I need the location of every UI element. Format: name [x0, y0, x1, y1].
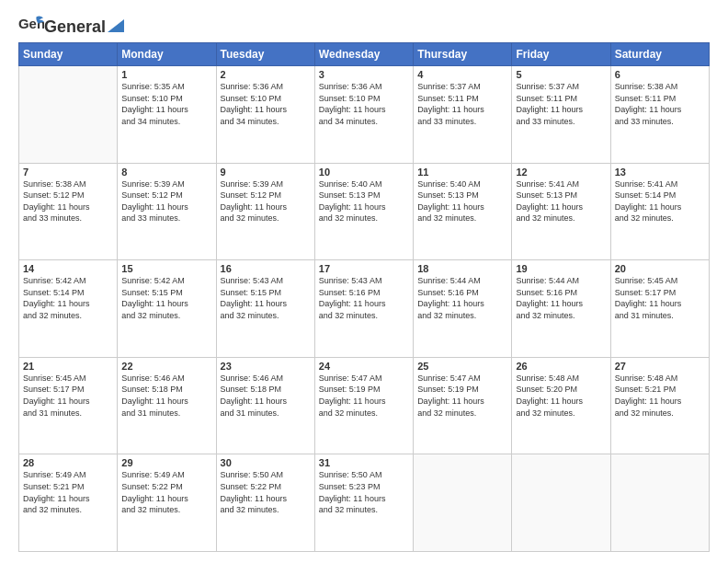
- day-number: 16: [221, 263, 311, 274]
- day-number: 31: [319, 457, 409, 468]
- day-number: 20: [615, 263, 705, 274]
- calendar-day-cell: [512, 454, 610, 552]
- day-number: 10: [319, 167, 409, 178]
- calendar-day-cell: 28Sunrise: 5:49 AM Sunset: 5:21 PM Dayli…: [19, 454, 118, 552]
- day-number: 29: [121, 457, 211, 468]
- calendar-day-cell: 19Sunrise: 5:44 AM Sunset: 5:16 PM Dayli…: [512, 260, 610, 358]
- day-number: 21: [23, 361, 113, 372]
- calendar-day-cell: [19, 66, 118, 164]
- calendar-week-row: 1Sunrise: 5:35 AM Sunset: 5:10 PM Daylig…: [19, 66, 710, 164]
- svg-marker-1: [108, 19, 124, 32]
- day-info: Sunrise: 5:48 AM Sunset: 5:20 PM Dayligh…: [516, 373, 606, 419]
- day-number: 4: [417, 69, 507, 80]
- day-info: Sunrise: 5:36 AM Sunset: 5:10 PM Dayligh…: [221, 81, 311, 127]
- day-info: Sunrise: 5:48 AM Sunset: 5:21 PM Dayligh…: [615, 373, 705, 419]
- calendar-day-cell: 8Sunrise: 5:39 AM Sunset: 5:12 PM Daylig…: [118, 163, 216, 260]
- day-number: 14: [23, 263, 113, 274]
- logo-general-text: General: [44, 17, 106, 37]
- day-info: Sunrise: 5:47 AM Sunset: 5:19 PM Dayligh…: [417, 373, 507, 419]
- weekday-header: Sunday: [19, 43, 118, 66]
- calendar-day-cell: 29Sunrise: 5:49 AM Sunset: 5:22 PM Dayli…: [118, 454, 216, 552]
- calendar-day-cell: 31Sunrise: 5:50 AM Sunset: 5:23 PM Dayli…: [314, 454, 413, 552]
- day-number: 1: [121, 69, 211, 80]
- day-info: Sunrise: 5:50 AM Sunset: 5:23 PM Dayligh…: [319, 469, 409, 515]
- calendar-week-row: 21Sunrise: 5:45 AM Sunset: 5:17 PM Dayli…: [19, 357, 710, 454]
- weekday-header: Monday: [118, 43, 216, 66]
- calendar-day-cell: 10Sunrise: 5:40 AM Sunset: 5:13 PM Dayli…: [314, 163, 413, 260]
- day-info: Sunrise: 5:42 AM Sunset: 5:15 PM Dayligh…: [121, 275, 211, 321]
- calendar-day-cell: 13Sunrise: 5:41 AM Sunset: 5:14 PM Dayli…: [610, 163, 709, 260]
- day-number: 2: [221, 69, 311, 80]
- calendar-day-cell: 27Sunrise: 5:48 AM Sunset: 5:21 PM Dayli…: [610, 357, 709, 454]
- day-number: 8: [121, 167, 211, 178]
- day-info: Sunrise: 5:47 AM Sunset: 5:19 PM Dayligh…: [319, 373, 409, 419]
- day-info: Sunrise: 5:41 AM Sunset: 5:14 PM Dayligh…: [615, 178, 705, 224]
- calendar-table: SundayMondayTuesdayWednesdayThursdayFrid…: [18, 42, 710, 552]
- day-number: 26: [516, 361, 606, 372]
- calendar-day-cell: 21Sunrise: 5:45 AM Sunset: 5:17 PM Dayli…: [19, 357, 118, 454]
- day-info: Sunrise: 5:44 AM Sunset: 5:16 PM Dayligh…: [516, 275, 606, 321]
- day-number: 30: [221, 457, 311, 468]
- day-number: 3: [319, 69, 409, 80]
- calendar-day-cell: 14Sunrise: 5:42 AM Sunset: 5:14 PM Dayli…: [19, 260, 118, 358]
- logo-bird-icon: General: [18, 15, 44, 35]
- calendar-week-row: 28Sunrise: 5:49 AM Sunset: 5:21 PM Dayli…: [19, 454, 710, 552]
- day-info: Sunrise: 5:36 AM Sunset: 5:10 PM Dayligh…: [319, 81, 409, 127]
- calendar-day-cell: 17Sunrise: 5:43 AM Sunset: 5:16 PM Dayli…: [314, 260, 413, 358]
- header: General General: [18, 15, 710, 35]
- day-info: Sunrise: 5:46 AM Sunset: 5:18 PM Dayligh…: [221, 373, 311, 419]
- weekday-header: Friday: [512, 43, 610, 66]
- day-info: Sunrise: 5:49 AM Sunset: 5:22 PM Dayligh…: [121, 469, 211, 515]
- day-info: Sunrise: 5:44 AM Sunset: 5:16 PM Dayligh…: [417, 275, 507, 321]
- day-number: 24: [319, 361, 409, 372]
- day-number: 9: [221, 167, 311, 178]
- calendar-day-cell: 3Sunrise: 5:36 AM Sunset: 5:10 PM Daylig…: [314, 66, 413, 164]
- calendar-day-cell: [414, 454, 512, 552]
- day-info: Sunrise: 5:45 AM Sunset: 5:17 PM Dayligh…: [23, 373, 113, 419]
- calendar-day-cell: 15Sunrise: 5:42 AM Sunset: 5:15 PM Dayli…: [118, 260, 216, 358]
- day-number: 12: [516, 167, 606, 178]
- calendar-day-cell: 11Sunrise: 5:40 AM Sunset: 5:13 PM Dayli…: [414, 163, 512, 260]
- calendar-day-cell: 6Sunrise: 5:38 AM Sunset: 5:11 PM Daylig…: [610, 66, 709, 164]
- day-info: Sunrise: 5:38 AM Sunset: 5:11 PM Dayligh…: [615, 81, 705, 127]
- day-number: 22: [121, 361, 211, 372]
- weekday-header: Thursday: [414, 43, 512, 66]
- day-number: 5: [516, 69, 606, 80]
- calendar-day-cell: 22Sunrise: 5:46 AM Sunset: 5:18 PM Dayli…: [118, 357, 216, 454]
- day-number: 11: [417, 167, 507, 178]
- calendar-day-cell: 7Sunrise: 5:38 AM Sunset: 5:12 PM Daylig…: [19, 163, 118, 260]
- calendar-day-cell: 20Sunrise: 5:45 AM Sunset: 5:17 PM Dayli…: [610, 260, 709, 358]
- day-number: 27: [615, 361, 705, 372]
- day-info: Sunrise: 5:38 AM Sunset: 5:12 PM Dayligh…: [23, 178, 113, 224]
- day-info: Sunrise: 5:37 AM Sunset: 5:11 PM Dayligh…: [417, 81, 507, 127]
- day-info: Sunrise: 5:40 AM Sunset: 5:13 PM Dayligh…: [417, 178, 507, 224]
- calendar-day-cell: 23Sunrise: 5:46 AM Sunset: 5:18 PM Dayli…: [216, 357, 314, 454]
- day-number: 25: [417, 361, 507, 372]
- calendar-day-cell: 1Sunrise: 5:35 AM Sunset: 5:10 PM Daylig…: [118, 66, 216, 164]
- day-info: Sunrise: 5:43 AM Sunset: 5:16 PM Dayligh…: [319, 275, 409, 321]
- calendar-day-cell: 4Sunrise: 5:37 AM Sunset: 5:11 PM Daylig…: [414, 66, 512, 164]
- day-info: Sunrise: 5:46 AM Sunset: 5:18 PM Dayligh…: [121, 373, 211, 419]
- day-number: 28: [23, 457, 113, 468]
- calendar-day-cell: 12Sunrise: 5:41 AM Sunset: 5:13 PM Dayli…: [512, 163, 610, 260]
- day-info: Sunrise: 5:42 AM Sunset: 5:14 PM Dayligh…: [23, 275, 113, 321]
- calendar-week-row: 7Sunrise: 5:38 AM Sunset: 5:12 PM Daylig…: [19, 163, 710, 260]
- day-number: 13: [615, 167, 705, 178]
- calendar-day-cell: 9Sunrise: 5:39 AM Sunset: 5:12 PM Daylig…: [216, 163, 314, 260]
- calendar-header-row: SundayMondayTuesdayWednesdayThursdayFrid…: [19, 43, 710, 66]
- day-info: Sunrise: 5:40 AM Sunset: 5:13 PM Dayligh…: [319, 178, 409, 224]
- calendar-week-row: 14Sunrise: 5:42 AM Sunset: 5:14 PM Dayli…: [19, 260, 710, 358]
- logo-triangle-icon: [108, 19, 124, 32]
- day-info: Sunrise: 5:45 AM Sunset: 5:17 PM Dayligh…: [615, 275, 705, 321]
- day-info: Sunrise: 5:39 AM Sunset: 5:12 PM Dayligh…: [221, 178, 311, 224]
- day-info: Sunrise: 5:37 AM Sunset: 5:11 PM Dayligh…: [516, 81, 606, 127]
- weekday-header: Tuesday: [216, 43, 314, 66]
- day-number: 18: [417, 263, 507, 274]
- calendar-day-cell: 18Sunrise: 5:44 AM Sunset: 5:16 PM Dayli…: [414, 260, 512, 358]
- logo: General General: [18, 15, 124, 35]
- day-number: 17: [319, 263, 409, 274]
- calendar-day-cell: 2Sunrise: 5:36 AM Sunset: 5:10 PM Daylig…: [216, 66, 314, 164]
- day-info: Sunrise: 5:43 AM Sunset: 5:15 PM Dayligh…: [221, 275, 311, 321]
- day-number: 19: [516, 263, 606, 274]
- calendar-day-cell: 24Sunrise: 5:47 AM Sunset: 5:19 PM Dayli…: [314, 357, 413, 454]
